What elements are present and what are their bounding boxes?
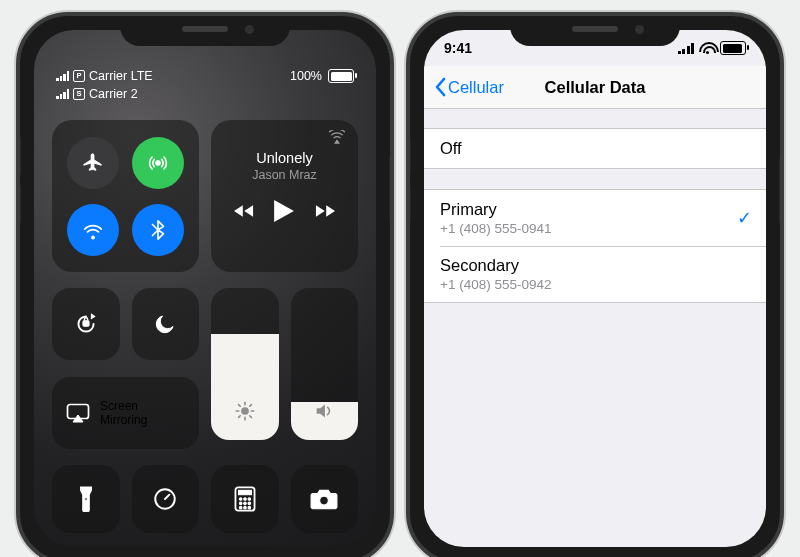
- option-secondary-number: +1 (408) 555-0942: [440, 277, 750, 292]
- svg-point-2: [241, 407, 249, 415]
- battery-percent: 100%: [290, 68, 322, 84]
- volume-down-button: [406, 184, 411, 224]
- svg-rect-1: [83, 321, 89, 326]
- camera-button[interactable]: [291, 465, 359, 533]
- option-primary-number: +1 (408) 555-0941: [440, 221, 750, 236]
- svg-rect-7: [238, 490, 251, 494]
- power-button: [389, 156, 394, 224]
- option-secondary[interactable]: Secondary +1 (408) 555-0942: [424, 246, 766, 302]
- back-button[interactable]: Cellular: [434, 66, 504, 108]
- wifi-icon: [82, 219, 104, 241]
- status-bar: P Carrier LTE S Carrier 2 100%: [56, 68, 354, 102]
- carrier-2-label: Carrier 2: [89, 86, 138, 102]
- signal-bars-icon: [56, 71, 69, 81]
- options-list: Off Primary +1 (408) 555-0941 ✓ Secondar…: [424, 128, 766, 303]
- navigation-bar: Cellular Cellular Data: [424, 66, 766, 109]
- option-off-label: Off: [440, 139, 750, 158]
- svg-point-12: [243, 502, 246, 505]
- airplane-mode-toggle[interactable]: [67, 137, 119, 189]
- rotation-lock-icon: [73, 311, 99, 337]
- settings-screen: 9:41 Cellular Cellular Data Off: [424, 30, 766, 547]
- bluetooth-icon: [147, 219, 169, 241]
- airplay-video-icon: [66, 403, 90, 423]
- camera-dot: [245, 25, 254, 34]
- page-title: Cellular Data: [545, 78, 646, 97]
- control-center-grid: Unlonely Jason Mraz: [52, 120, 358, 537]
- option-off[interactable]: Off: [424, 129, 766, 168]
- moon-icon: [153, 312, 177, 336]
- track-title: Unlonely: [225, 150, 344, 166]
- svg-point-11: [239, 502, 242, 505]
- connectivity-tile[interactable]: [52, 120, 199, 272]
- svg-point-8: [239, 497, 242, 500]
- carrier-2-row: S Carrier 2: [56, 86, 153, 102]
- brightness-slider[interactable]: [211, 288, 279, 440]
- volume-up-button: [16, 136, 21, 176]
- antenna-icon: [147, 152, 169, 174]
- signal-bars-icon: [56, 89, 69, 99]
- back-label: Cellular: [448, 78, 504, 97]
- sun-icon: [234, 400, 256, 426]
- next-track-button[interactable]: [313, 203, 335, 223]
- speaker-icon: [313, 400, 335, 426]
- timer-icon: [152, 486, 178, 512]
- carrier-1-row: P Carrier LTE: [56, 68, 153, 84]
- signal-bars-icon: [678, 43, 695, 54]
- wifi-toggle[interactable]: [67, 204, 119, 256]
- camera-icon: [310, 488, 338, 510]
- power-button: [779, 156, 784, 224]
- bluetooth-toggle[interactable]: [132, 204, 184, 256]
- svg-point-15: [243, 506, 246, 509]
- battery-icon: [720, 41, 746, 55]
- cellular-data-toggle[interactable]: [132, 137, 184, 189]
- flashlight-icon: [78, 486, 94, 512]
- timer-button[interactable]: [132, 465, 200, 533]
- control-center-screen: P Carrier LTE S Carrier 2 100%: [34, 30, 376, 547]
- sim-primary-badge: P: [73, 70, 85, 82]
- svg-point-9: [243, 497, 246, 500]
- flashlight-button[interactable]: [52, 465, 120, 533]
- calculator-button[interactable]: [211, 465, 279, 533]
- camera-dot: [635, 25, 644, 34]
- svg-point-13: [248, 502, 251, 505]
- phone-settings: 9:41 Cellular Cellular Data Off: [406, 12, 784, 557]
- svg-point-14: [239, 506, 242, 509]
- orientation-lock-toggle[interactable]: [52, 288, 120, 360]
- svg-point-16: [248, 506, 251, 509]
- track-artist: Jason Mraz: [225, 168, 344, 182]
- speaker: [572, 26, 618, 32]
- wifi-icon: [699, 42, 715, 54]
- screen-mirroring-button[interactable]: Screen Mirroring: [52, 377, 199, 449]
- status-time: 9:41: [444, 40, 472, 56]
- sim-secondary-badge: S: [73, 88, 85, 100]
- option-primary-label: Primary: [440, 200, 750, 219]
- speaker: [182, 26, 228, 32]
- svg-point-17: [320, 496, 329, 505]
- svg-point-0: [155, 160, 160, 165]
- calculator-icon: [234, 486, 256, 512]
- airplay-audio-icon[interactable]: [328, 130, 346, 148]
- chevron-left-icon: [434, 77, 446, 97]
- option-primary[interactable]: Primary +1 (408) 555-0941 ✓: [424, 190, 766, 246]
- prev-track-button[interactable]: [234, 203, 256, 223]
- volume-down-button: [16, 184, 21, 224]
- svg-point-10: [248, 497, 251, 500]
- now-playing-tile[interactable]: Unlonely Jason Mraz: [211, 120, 358, 272]
- play-button[interactable]: [274, 200, 294, 226]
- option-secondary-label: Secondary: [440, 256, 750, 275]
- do-not-disturb-toggle[interactable]: [132, 288, 200, 360]
- checkmark-icon: ✓: [737, 207, 752, 229]
- airplane-icon: [82, 152, 104, 174]
- volume-up-button: [406, 136, 411, 176]
- screen-mirroring-label: Screen Mirroring: [100, 399, 147, 427]
- battery-icon: [328, 69, 354, 83]
- svg-point-4: [84, 497, 87, 500]
- phone-control-center: P Carrier LTE S Carrier 2 100%: [16, 12, 394, 557]
- volume-slider[interactable]: [291, 288, 359, 440]
- carrier-1-label: Carrier LTE: [89, 68, 153, 84]
